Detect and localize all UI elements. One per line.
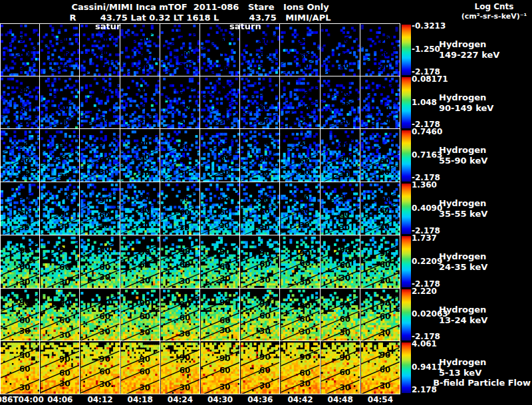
page-title: Cassini/MIMI Inca mTOF 2011-086 Stare Io… bbox=[0, 2, 400, 12]
time-axis-label: 04:18 bbox=[128, 395, 153, 404]
colorbar-label-bottom: 2.178 bbox=[412, 385, 437, 394]
colorbar bbox=[402, 236, 411, 287]
species-label: Hydrogen bbox=[439, 92, 486, 102]
energy-range-label: 35-55 keV bbox=[439, 209, 487, 219]
species-label: Hydrogen bbox=[439, 39, 486, 49]
legend-title: Log Cnts bbox=[458, 2, 531, 11]
species-label: Hydrogen bbox=[439, 251, 486, 261]
colorbar-label-top: 1.360 bbox=[412, 180, 437, 190]
spectrogram-grid bbox=[0, 23, 400, 394]
colorbar-label-mid: 0.9411 bbox=[412, 362, 442, 372]
time-axis-label: 04:36 bbox=[247, 395, 273, 404]
time-axis-label: 04:24 bbox=[168, 395, 193, 404]
energy-range-label: 5-13 keV bbox=[439, 368, 481, 378]
colorbar-label-top: 4.061 bbox=[412, 339, 437, 348]
time-axis-label: 086T04:00 bbox=[0, 395, 44, 404]
energy-range-label: 13-24 keV bbox=[439, 315, 487, 325]
time-axis-label: 04:48 bbox=[328, 395, 353, 404]
saturn-annotation: satur bbox=[95, 21, 120, 31]
time-axis-label: 04:30 bbox=[207, 395, 233, 404]
colorbar-label-top: 2.220 bbox=[412, 287, 437, 296]
species-label: Hydrogen bbox=[439, 198, 486, 208]
colorbar-label-top: 0.08171 bbox=[412, 74, 448, 84]
colorbar-label-top: 0.7460 bbox=[412, 127, 442, 136]
colorbar-label-top: -0.3213 bbox=[412, 21, 446, 31]
time-axis-label: 04:54 bbox=[368, 395, 393, 404]
colorbar-label-top: 1.737 bbox=[412, 233, 437, 243]
colorbar bbox=[402, 289, 411, 340]
colorbar bbox=[402, 342, 411, 394]
legend-units: (cm²-sr-s-keV)⁻¹ bbox=[458, 12, 531, 21]
energy-range-label: 149-227 keV bbox=[439, 50, 499, 60]
colorbar bbox=[402, 184, 411, 235]
time-axis-label: 04:06 bbox=[47, 395, 72, 404]
species-label: Hydrogen bbox=[439, 357, 486, 367]
colorbar-label-mid: 0.7163 bbox=[412, 150, 442, 160]
colorbar bbox=[402, 130, 411, 182]
species-label: Hydrogen bbox=[439, 145, 486, 155]
colorbar-label-mid: 0.4090 bbox=[412, 203, 442, 213]
energy-range-label: 90-149 keV bbox=[439, 103, 493, 113]
energy-range-label: 24-35 keV bbox=[439, 262, 487, 272]
colorbar-label-mid: -1.250 bbox=[412, 45, 440, 54]
saturn-annotation: saturn bbox=[229, 21, 261, 31]
colorbar bbox=[402, 77, 411, 128]
species-label: Hydrogen bbox=[439, 305, 486, 315]
ephemeris-subtitle: R 43.75 Lat 0.32 LT 1618 L 43.75 MIMI/AP… bbox=[0, 13, 400, 23]
colorbar-legend-header: Log Cnts (cm²-sr-s-keV)⁻¹ bbox=[458, 2, 531, 21]
colorbar-label-mid: 1.048 bbox=[412, 98, 437, 107]
time-axis-label: 04:42 bbox=[287, 395, 313, 404]
colorbar bbox=[402, 25, 411, 76]
time-axis-label: 04:12 bbox=[87, 395, 112, 404]
colorbar-label-mid: 0.2209 bbox=[412, 257, 442, 266]
energy-range-label: 55-90 keV bbox=[439, 156, 487, 166]
bfield-particle-flow-label: B-field Particle Flow bbox=[433, 378, 531, 388]
